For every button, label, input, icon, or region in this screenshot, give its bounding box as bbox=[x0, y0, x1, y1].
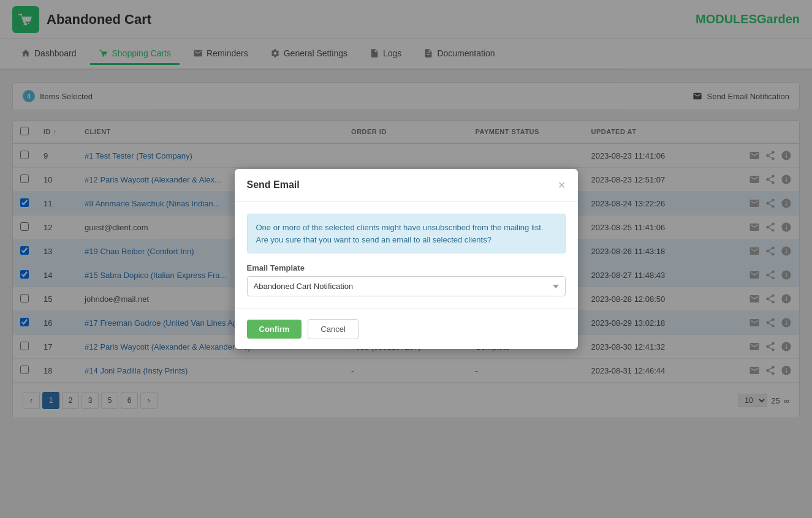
modal-header: Send Email × bbox=[235, 169, 578, 201]
cancel-button[interactable]: Cancel bbox=[308, 319, 358, 339]
email-template-select[interactable]: Abandoned Cart Notification bbox=[247, 276, 566, 296]
send-email-modal: Send Email × One or more of the selected… bbox=[235, 169, 578, 349]
modal-body: One or more of the selected clients migh… bbox=[235, 201, 578, 309]
email-template-label: Email Template bbox=[247, 263, 566, 272]
modal-close-button[interactable]: × bbox=[558, 179, 566, 191]
modal-overlay: Send Email × One or more of the selected… bbox=[0, 0, 812, 430]
confirm-button[interactable]: Confirm bbox=[247, 320, 302, 339]
modal-footer: Confirm Cancel bbox=[235, 309, 578, 349]
modal-alert: One or more of the selected clients migh… bbox=[247, 214, 566, 253]
modal-title: Send Email bbox=[247, 179, 300, 190]
